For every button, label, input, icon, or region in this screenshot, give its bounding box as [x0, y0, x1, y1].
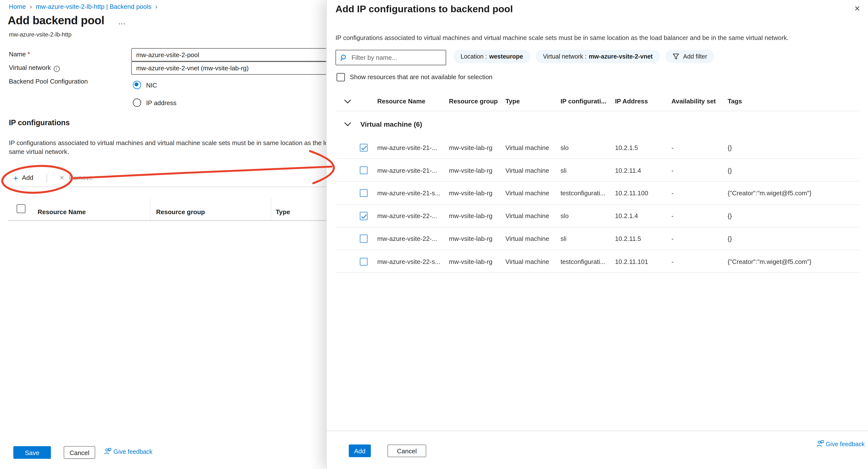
cell-ip-address: 10.2.11.101	[615, 258, 648, 265]
left-table-select-all-checkbox[interactable]	[17, 205, 26, 213]
table-row[interactable]: mw-azure-vsite-22-... mw-vsite-lab-rg Vi…	[327, 227, 868, 250]
column-availability-set[interactable]: Availability set	[672, 98, 716, 105]
filter-funnel-icon	[673, 53, 679, 60]
cell-ip-address: 10.2.11.100	[615, 190, 648, 196]
panel-description: IP configurations associated to virtual …	[336, 34, 788, 41]
row-checkbox[interactable]	[360, 144, 368, 152]
table-row[interactable]: mw-azure-vsite-22-... mw-vsite-lab-rg Vi…	[327, 205, 868, 227]
cell-resource-name: mw-azure-vsite-22-...	[377, 213, 437, 219]
column-ip-address[interactable]: IP Address	[615, 98, 648, 105]
cell-availability-set: -	[672, 236, 674, 242]
cell-resource-name: mw-azure-vsite-22-...	[377, 236, 437, 242]
panel-give-feedback-link[interactable]: Give feedback	[816, 440, 865, 447]
page-title: Add backend pool	[8, 14, 104, 27]
cell-type: Virtual machine	[505, 236, 549, 242]
select-all-chevron-icon[interactable]	[344, 99, 352, 104]
row-checkbox[interactable]	[360, 212, 368, 220]
page-subtitle: mw-azure-vsite-2-lb-http	[9, 31, 71, 37]
cell-resource-name: mw-azure-vsite-22-s...	[377, 258, 440, 265]
feedback-person-icon	[816, 440, 824, 447]
cell-ip-configuration: testconfigurati...	[560, 258, 605, 265]
table-row[interactable]: mw-azure-vsite-22-s... mw-vsite-lab-rg V…	[327, 250, 868, 273]
panel-cancel-button[interactable]: Cancel	[388, 444, 426, 457]
row-checkbox[interactable]	[360, 257, 368, 265]
add-filter-pill[interactable]: Add filter	[665, 50, 714, 63]
show-unavailable-label: Show resources that are not available fo…	[350, 73, 493, 80]
nic-radio[interactable]	[133, 81, 141, 89]
breadcrumb-backend-pools-link[interactable]: mw-azure-vsite-2-lb-http | Backend pools	[36, 3, 151, 10]
add-plus-icon: +	[13, 173, 18, 182]
cell-tags: {"Creator":"m.wiget@f5.com"}	[727, 190, 811, 196]
info-icon[interactable]: i	[54, 66, 60, 72]
close-icon[interactable]: ✕	[854, 4, 860, 13]
more-options-icon[interactable]: …	[118, 17, 126, 26]
save-button[interactable]: Save	[13, 446, 51, 459]
required-asterisk: *	[27, 51, 30, 58]
cell-tags: {}	[727, 144, 732, 151]
filter-by-name-input[interactable]	[351, 54, 441, 61]
breadcrumb: Home › mw-azure-vsite-2-lb-http | Backen…	[9, 3, 157, 10]
add-ip-configurations-panel: Add IP configurations to backend pool ✕ …	[326, 0, 868, 469]
ip-address-radio[interactable]	[133, 98, 141, 107]
breadcrumb-chevron-icon: ›	[155, 3, 158, 10]
cell-resource-group: mw-vsite-lab-rg	[449, 258, 493, 265]
row-checkbox[interactable]	[360, 235, 368, 243]
cell-ip-configuration: sli	[560, 167, 566, 174]
left-column-resource-name[interactable]: Resource Name	[38, 209, 86, 215]
checkmark-icon	[361, 214, 367, 219]
column-type[interactable]: Type	[505, 98, 520, 105]
cell-resource-group: mw-vsite-lab-rg	[449, 167, 493, 174]
cell-type: Virtual machine	[505, 144, 549, 151]
cell-type: Virtual machine	[505, 167, 549, 174]
cancel-button[interactable]: Cancel	[64, 446, 95, 459]
column-ip-configuration[interactable]: IP configurati...	[560, 98, 606, 105]
table-row[interactable]: mw-azure-vsite-21-s... mw-vsite-lab-rg V…	[327, 182, 868, 205]
cell-ip-address: 10.2.1.4	[615, 213, 638, 219]
cell-ip-configuration: sli	[560, 236, 566, 242]
backend-pool-configuration-label: Backend Pool Configuration	[9, 78, 88, 85]
show-unavailable-row: Show resources that are not available fo…	[337, 73, 492, 81]
show-unavailable-checkbox[interactable]	[337, 73, 345, 81]
cell-resource-name: mw-azure-vsite-21-s...	[377, 190, 440, 196]
breadcrumb-home-link[interactable]: Home	[9, 3, 26, 10]
group-collapse-chevron-icon[interactable]	[344, 122, 352, 127]
left-table-header-border	[8, 220, 340, 221]
table-row[interactable]: mw-azure-vsite-21-... mw-vsite-lab-rg Vi…	[327, 136, 868, 159]
column-resource-group[interactable]: Resource group	[449, 98, 498, 105]
cell-resource-group: mw-vsite-lab-rg	[449, 213, 493, 219]
cell-tags: {}	[727, 236, 732, 242]
search-icon	[340, 54, 347, 61]
add-ip-config-button[interactable]: Add	[22, 175, 33, 181]
give-feedback-link[interactable]: Give feedback	[104, 448, 152, 455]
ip-configurations-description-line2: same virtual network.	[9, 148, 69, 155]
cell-availability-set: -	[672, 144, 674, 151]
virtual-network-filter-pill[interactable]: Virtual network :mw-azure-vsite-2-vnet	[536, 50, 660, 63]
cell-availability-set: -	[672, 190, 674, 196]
cell-ip-configuration: testconfigurati...	[560, 190, 605, 196]
left-column-resource-group[interactable]: Resource group	[156, 209, 205, 215]
left-column-type[interactable]: Type	[276, 209, 290, 215]
column-tags[interactable]: Tags	[727, 98, 742, 105]
panel-add-button[interactable]: Add	[349, 444, 371, 457]
cell-resource-group: mw-vsite-lab-rg	[449, 144, 493, 151]
location-filter-pill[interactable]: Location :westeurope	[453, 50, 530, 63]
panel-footer-divider	[327, 431, 868, 431]
cell-type: Virtual machine	[505, 258, 549, 265]
group-label-virtual-machine[interactable]: Virtual machine (6)	[361, 121, 422, 128]
cell-tags: {}	[727, 213, 732, 219]
cell-resource-name: mw-azure-vsite-21-...	[377, 144, 437, 151]
virtual-network-label: Virtual networki	[9, 64, 60, 72]
nic-radio-label: NIC	[146, 82, 157, 89]
row-divider	[336, 273, 860, 273]
remove-ip-config-button[interactable]: Remove	[69, 175, 93, 181]
command-bar-divider	[46, 174, 47, 182]
ip-address-radio-label: IP address	[146, 100, 177, 106]
column-resource-name[interactable]: Resource Name	[377, 98, 425, 105]
cell-type: Virtual machine	[505, 190, 549, 196]
row-checkbox[interactable]	[360, 166, 368, 175]
table-row[interactable]: mw-azure-vsite-21-... mw-vsite-lab-rg Vi…	[327, 159, 868, 182]
row-checkbox[interactable]	[360, 189, 368, 197]
cell-type: Virtual machine	[505, 213, 549, 219]
cell-ip-address: 10.2.11.4	[615, 167, 641, 174]
cell-resource-group: mw-vsite-lab-rg	[449, 236, 493, 242]
